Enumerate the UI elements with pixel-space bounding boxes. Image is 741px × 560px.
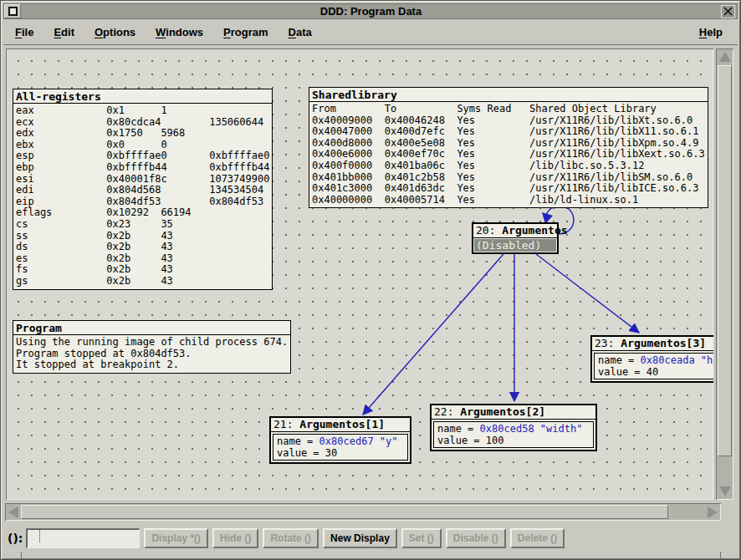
display-action-bar: (): Display *() Hide () Rotate () New Di… [3,526,738,551]
node-23-title: 23: Argumentos[3] [592,337,713,351]
scroll-down-arrow-icon[interactable] [719,486,731,496]
scroll-up-arrow-icon[interactable] [719,52,731,62]
edge-20-23 [536,254,639,333]
node-20-status-disabled[interactable]: (Disabled) [474,239,556,252]
data-display-canvas[interactable]: All-registers eax 0x1 1 ecx 0x80cdca4 13… [6,48,713,500]
sharedlibrary-title: Sharedlibrary [309,88,708,102]
sharedlibrary-text: From To Syms Read Shared Object Library … [309,102,708,207]
display-box-sharedlibrary[interactable]: Sharedlibrary From To Syms Read Shared O… [309,87,708,208]
new-display-button[interactable]: New Display [323,528,397,548]
menu-data[interactable]: Data [280,23,320,42]
set-button[interactable]: Set () [401,528,442,548]
node-20-title: 20: Argumentos [473,224,557,238]
menubar: File Edit Options Windows Program Data H… [3,20,738,45]
menu-windows[interactable]: Windows [147,23,212,42]
field-value: value = 30 [277,447,404,459]
titlebar[interactable]: DDD: Program Data [3,3,738,19]
program-title: Program [13,321,290,335]
argument-prompt-label: (): [8,532,23,545]
resize-notch-right[interactable] [720,552,721,559]
window-menu-icon [8,7,18,16]
menu-help[interactable]: Help [691,23,731,42]
node-21-fields[interactable]: name = 0x80ced67 "y" value = 30 [273,434,408,461]
display-deref-button[interactable]: Display *() [144,528,208,548]
all-registers-title: All-registers [13,89,272,104]
menu-options[interactable]: Options [86,23,144,42]
field-value: value = 100 [437,435,590,446]
scroll-left-arrow-icon[interactable] [8,507,18,518]
close-button[interactable] [721,5,735,18]
node-23-fields[interactable]: name = 0x80ceada "h value = 40 [594,353,713,379]
hide-button[interactable]: Hide () [212,528,258,548]
field-name: name = 0x80ced67 "y" [277,435,404,447]
display-node-21-argumentos-1[interactable]: 21: Argumentos[1] name = 0x80ced67 "y" v… [269,416,411,464]
window-menu-button[interactable] [4,4,21,18]
program-text: Using the running image of child process… [13,335,290,373]
delete-button[interactable]: Delete () [510,528,565,548]
field-name: name = 0x80ced58 "width" [437,423,590,435]
field-name: name = 0x80ceada "h [598,354,713,366]
scroll-right-arrow-icon[interactable] [708,507,718,518]
display-node-20-argumentos[interactable]: 20: Argumentos (Disabled) [472,222,559,254]
field-value: value = 40 [598,366,713,378]
rotate-button[interactable]: Rotate () [263,528,319,548]
window-title: DDD: Program Data [21,5,721,18]
display-node-23-argumentos-3[interactable]: 23: Argumentos[3] name = 0x80ceada "h va… [590,335,713,383]
close-icon [723,7,733,16]
disable-button[interactable]: Disable () [446,528,506,548]
vertical-scrollbar[interactable] [716,48,733,500]
node-22-title: 22: Argumentos[2] [432,405,595,420]
edge-20-21 [363,254,503,415]
node-21-title: 21: Argumentos[1] [271,418,410,432]
menu-program[interactable]: Program [215,23,276,42]
display-node-22-argumentos-2[interactable]: 22: Argumentos[2] name = 0x80ced58 "widt… [430,404,597,451]
registers-text: eax 0x1 1 ecx 0x80cdca4 135060644 edx 0x… [13,104,272,289]
menu-edit[interactable]: Edit [45,23,83,42]
node-22-fields[interactable]: name = 0x80ced58 "width" value = 100 [433,421,594,448]
argument-input[interactable] [26,528,140,548]
ddd-program-data-window: DDD: Program Data File Edit Options Wind… [0,0,741,560]
display-box-all-registers[interactable]: All-registers eax 0x1 1 ecx 0x80cdca4 13… [13,89,273,290]
resize-notch-left[interactable] [21,552,22,559]
horizontal-scrollbar[interactable] [5,503,721,521]
display-box-program[interactable]: Program Using the running image of child… [13,320,291,374]
menu-file[interactable]: File [7,23,42,42]
action-buttons: Display *() Hide () Rotate () New Displa… [144,528,565,548]
vertical-scrollbar-thumb[interactable] [718,65,732,456]
horizontal-scrollbar-thumb[interactable] [21,505,668,519]
